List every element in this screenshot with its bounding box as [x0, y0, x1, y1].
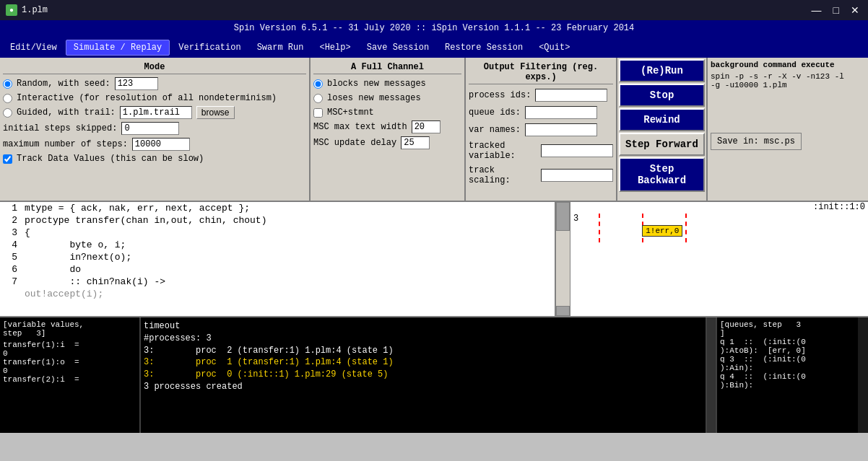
initial-steps-label: initial steps skipped: — [3, 123, 117, 133]
var-header: [variable values,step 3] — [3, 320, 136, 338]
track-scaling-input[interactable] — [541, 169, 613, 182]
interactive-radio[interactable] — [3, 94, 12, 103]
msc-step-num: 3 — [573, 214, 578, 224]
cmd-header: background command execute — [711, 61, 865, 69]
track-checkbox[interactable] — [3, 154, 12, 164]
msc-update-row: MSC update delay — [313, 136, 461, 149]
menu-save-session[interactable]: Save Session — [360, 40, 436, 55]
action-panel: (Re)Run Stop Rewind Step Forward Step Ba… — [617, 58, 708, 201]
rerun-button[interactable]: (Re)Run — [619, 59, 705, 82]
channel-panel: A Full Channel blocks new messages loses… — [311, 58, 466, 201]
queue-panel: [queues, step 3 ] q 1 :: (:init:(0 ):Ato… — [717, 317, 858, 433]
msc-panel: :init::1:0 3 1!err,0 — [570, 202, 868, 316]
queue-ids-row: queue ids: — [469, 106, 613, 119]
var-line-3: transfer(1):o = — [3, 358, 136, 366]
queue-line-1: q 1 :: (:init:(0 — [720, 338, 855, 346]
queue-line-5: q 4 :: (:init:(0 — [720, 372, 855, 381]
code-scrollbar[interactable] — [556, 202, 570, 316]
queue-line-2: ):AtoB): [err, 0] — [720, 346, 855, 355]
scroll-thumb — [556, 202, 570, 231]
var-names-input[interactable] — [525, 123, 597, 136]
filter-panel: Output Filtering (reg. exps.) process id… — [466, 58, 617, 201]
maximize-button[interactable]: □ — [830, 4, 842, 16]
cmd-line2: -g -u10000 1.plm — [711, 81, 865, 89]
var-line-2: 0 — [3, 349, 136, 358]
guided-row: Guided, with trail: browse — [3, 106, 306, 119]
spin-version-text: Spin Version 6.5.1 -- 31 July 2020 :: iS… — [234, 23, 635, 33]
code-line-5: 5 in?next(o); — [0, 251, 555, 263]
msc-max-input[interactable] — [412, 120, 440, 133]
code-line-1: 1 mtype = { ack, nak, err, next, accept … — [0, 202, 555, 214]
app-icon: ● — [6, 4, 17, 16]
process-ids-input[interactable] — [535, 89, 607, 102]
menu-restore-session[interactable]: Restore Session — [438, 40, 530, 55]
code-scroll[interactable]: 1 mtype = { ack, nak, err, next, accept … — [0, 202, 555, 316]
queue-line-6: ):Bin): — [720, 381, 855, 390]
menu-swarm-run[interactable]: Swarm Run — [250, 40, 311, 55]
menu-quit[interactable]: <Quit> — [531, 40, 577, 55]
max-steps-label: maximum number of steps: — [3, 139, 128, 149]
bottom-panels: [variable values,step 3] transfer(1):i =… — [0, 317, 868, 433]
loses-radio[interactable] — [313, 94, 323, 103]
right-scrollbar[interactable] — [858, 317, 868, 433]
loses-row: loses new messages — [313, 93, 461, 103]
msc-update-label: MSC update delay — [313, 138, 396, 148]
menu-verification[interactable]: Verification — [171, 40, 248, 55]
guided-label: Guided, with trail: — [17, 107, 116, 118]
tracked-input[interactable] — [541, 144, 613, 157]
filter-panel-header: Output Filtering (reg. exps.) — [469, 61, 613, 84]
queue-bracket: ] — [720, 329, 855, 338]
loses-label: loses new messages — [327, 93, 421, 103]
guided-radio[interactable] — [3, 108, 12, 118]
log-scrollbar[interactable] — [707, 317, 717, 433]
track-label: Track Data Values (this can be slow) — [17, 154, 204, 164]
cmd-panel: background command execute spin -p -s -r… — [708, 58, 868, 201]
blocks-row: blocks new messages — [313, 79, 461, 89]
msc-stmnt-label: MSC+stmnt — [327, 107, 374, 118]
trail-input[interactable] — [120, 106, 192, 119]
close-button[interactable]: ✕ — [848, 4, 862, 16]
msc-update-input[interactable] — [401, 136, 430, 149]
msc-stmnt-checkbox[interactable] — [313, 108, 323, 118]
menu-help[interactable]: <Help> — [312, 40, 357, 55]
queue-ids-input[interactable] — [525, 106, 597, 119]
code-line-3: 3 { — [0, 227, 555, 239]
log-line-5: 3: proc 0 (:init::1) 1.plm:29 (state 5) — [144, 369, 703, 381]
save-msc-button[interactable]: Save in: msc.ps — [711, 133, 802, 150]
stop-button[interactable]: Stop — [619, 84, 705, 107]
app-header: Spin Version 6.5.1 -- 31 July 2020 :: iS… — [0, 20, 868, 38]
log-line-1: timeout — [144, 320, 703, 333]
msc-stmnt-row: MSC+stmnt — [313, 107, 461, 118]
process-ids-label: process ids: — [469, 90, 531, 100]
code-msc-area: 1 mtype = { ack, nak, err, next, accept … — [0, 202, 868, 317]
title-bar-controls: — □ ✕ — [809, 4, 862, 16]
window-title: 1.plm — [22, 5, 48, 15]
seed-input[interactable]: 123 — [115, 77, 158, 90]
menu-bar: Edit/View Simulate / Replay Verification… — [0, 38, 868, 58]
control-panel: Mode Random, with seed: 123 Interactive … — [0, 58, 868, 202]
track-scaling-label: track scaling: — [469, 165, 537, 185]
step-forward-button[interactable]: Step Forward — [619, 133, 705, 156]
blocks-label: blocks new messages — [327, 79, 426, 89]
step-backward-button[interactable]: Step Backward — [619, 157, 705, 192]
max-steps-input[interactable] — [132, 138, 190, 151]
queue-line-4: ):Ain): — [720, 364, 855, 372]
minimize-button[interactable]: — — [809, 4, 825, 16]
random-seed-row: Random, with seed: 123 — [3, 77, 306, 90]
menu-edit-view[interactable]: Edit/View — [3, 40, 64, 55]
var-line-5: transfer(2):i = — [3, 375, 136, 384]
msc-content: :init::1:0 3 1!err,0 — [570, 202, 868, 245]
channel-panel-header: A Full Channel — [313, 61, 461, 74]
browse-button[interactable]: browse — [196, 106, 235, 119]
menu-simulate-replay[interactable]: Simulate / Replay — [66, 40, 170, 56]
log-line-4: 3: proc 1 (transfer:1) 1.plm:4 (state 1) — [144, 356, 703, 369]
var-line-1: transfer(1):i = — [3, 341, 136, 349]
cmd-line1: spin -p -s -r -X -v -n123 -l — [711, 72, 865, 81]
code-line-8: out!accept(i); — [0, 288, 555, 300]
blocks-radio[interactable] — [313, 79, 323, 89]
tracked-row: tracked variable: — [469, 141, 613, 161]
track-scaling-row: track scaling: — [469, 165, 613, 185]
random-radio[interactable] — [3, 79, 12, 89]
rewind-button[interactable]: Rewind — [619, 108, 705, 131]
initial-steps-input[interactable] — [121, 122, 179, 135]
